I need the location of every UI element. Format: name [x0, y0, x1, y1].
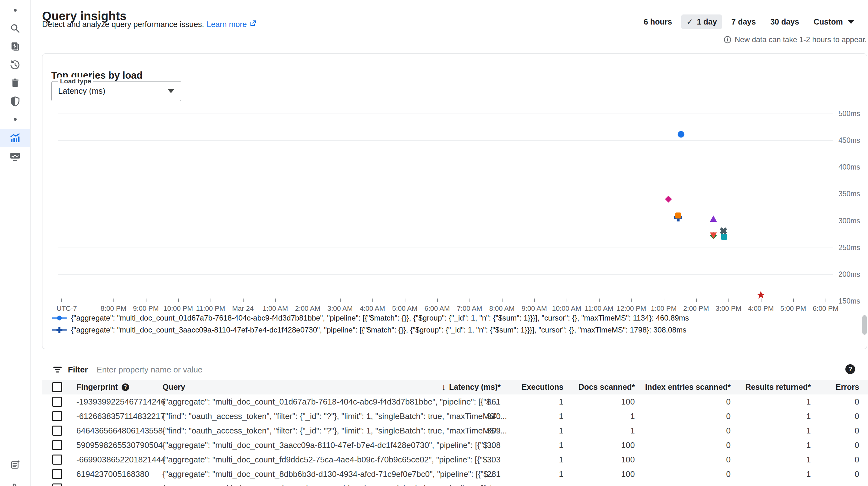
column-header-fingerprint[interactable]: Fingerprint?: [76, 380, 129, 395]
x-axis-tick: [61, 298, 62, 302]
column-label: Docs scanned*: [579, 382, 635, 392]
column-header-query[interactable]: Query: [162, 380, 185, 395]
x-axis-tick: [275, 298, 276, 302]
cell-fingerprint: -6699038652201821444: [76, 452, 165, 467]
scatter-point-diamond[interactable]: [663, 194, 674, 205]
document-flash-icon: [10, 41, 21, 52]
table-row[interactable]: -1939399225467714246{"aggregate": "multi…: [42, 395, 868, 409]
time-range-30-days[interactable]: 30 days: [765, 15, 804, 29]
cell-query: {"aggregate": "multi_doc_count_01d67a7b-…: [162, 395, 497, 409]
select-all-checkbox[interactable]: [52, 382, 62, 392]
table-row[interactable]: -6126638357114832217{"find": "oauth_acce…: [42, 409, 868, 424]
cell-index: 0: [726, 423, 731, 438]
column-header-docs[interactable]: Docs scanned*: [579, 380, 635, 395]
column-header-results[interactable]: Results returned*: [745, 380, 811, 395]
legend-query-text: {"aggregate": "multi_doc_count_3aacc09a-…: [71, 325, 686, 334]
sidebar-item-partial-bottom[interactable]: [0, 476, 30, 486]
x-axis-tick-label: 2:00 AM: [295, 305, 320, 313]
row-checkbox[interactable]: [52, 440, 62, 450]
time-range-custom[interactable]: Custom: [809, 15, 859, 29]
legend-entry[interactable]: {"aggregate": "multi_doc_count_01d67a7b-…: [52, 314, 689, 322]
row-checkbox[interactable]: [52, 455, 62, 465]
cell-executions: 1: [559, 409, 563, 423]
sidebar-item-history[interactable]: [0, 56, 30, 74]
table-row[interactable]: 5909598265530790504{"aggregate": "multi_…: [42, 438, 868, 453]
row-checkbox[interactable]: [52, 397, 62, 407]
scatter-point-square[interactable]: [718, 231, 730, 242]
legend-entry[interactable]: {"aggregate": "multi_doc_count_3aacc09a-…: [52, 325, 686, 334]
column-header-index[interactable]: Index entries scanned*: [645, 380, 731, 395]
cell-fingerprint: 6194237005168380: [76, 467, 149, 481]
check-icon: ✓: [686, 17, 693, 26]
x-axis-tick-label: 8:00 AM: [489, 305, 515, 313]
column-header-errors[interactable]: Errors: [836, 380, 859, 395]
sidebar-item-system-monitor[interactable]: [0, 147, 30, 166]
time-range-7-days[interactable]: 7 days: [726, 15, 761, 29]
x-axis-tick-label: 11:00 AM: [585, 305, 613, 313]
data-freshness-note: New data can take 1-2 hours to appear.: [723, 35, 867, 44]
table-row[interactable]: 6464365664806143558{"find": "oauth_acces…: [42, 423, 868, 438]
sidebar-item-dot-middle[interactable]: [0, 110, 30, 128]
cell-results: 1: [806, 438, 811, 452]
y-axis-tick-label: 350ms: [838, 190, 860, 198]
fingerprint-help-icon[interactable]: ?: [122, 383, 129, 391]
cell-index: 0: [726, 438, 731, 452]
column-header-executions[interactable]: Executions: [522, 380, 563, 395]
sidebar-item-dot-top[interactable]: [0, 1, 30, 19]
learn-more-link[interactable]: Learn more: [207, 20, 247, 29]
load-type-value: Latency (ms): [58, 86, 105, 96]
sidebar-item-search[interactable]: [0, 19, 30, 37]
legend-circle-icon: [52, 314, 67, 322]
x-axis-tick: [696, 298, 697, 302]
scatter-point-triangle-down[interactable]: [708, 230, 719, 241]
filter-help-icon[interactable]: ?: [845, 364, 855, 374]
info-text: New data can take 1-2 hours to appear.: [735, 35, 867, 44]
sidebar-item-document-flash[interactable]: [0, 37, 30, 56]
cell-fingerprint: -8295002236194316765: [76, 481, 165, 486]
cell-index: 0: [726, 452, 731, 467]
system-monitor-icon: [9, 151, 21, 162]
x-axis-tick: [826, 298, 826, 302]
x-axis-tick-label: 7:00 AM: [457, 305, 483, 313]
cell-index: 0: [726, 395, 731, 409]
table-row[interactable]: 6194237005168380{"aggregate": "multi_doc…: [42, 467, 868, 482]
sidebar-item-trash[interactable]: [0, 74, 30, 92]
page-scrollbar-thumb[interactable]: [862, 315, 867, 335]
time-range-6-hours[interactable]: 6 hours: [639, 15, 677, 29]
y-axis-tick-label: 450ms: [838, 136, 860, 145]
row-checkbox[interactable]: [52, 411, 62, 421]
x-axis-tick-label: 10:00 PM: [163, 305, 193, 313]
sidebar-item-notes-sparkle[interactable]: [0, 456, 30, 474]
chart-gridline: [58, 167, 833, 167]
x-axis-tick-label: 8:00 PM: [100, 305, 126, 313]
x-axis-tick-label: 1:00 PM: [651, 305, 677, 313]
sidebar-item-query-insights-chart[interactable]: [0, 129, 30, 147]
x-axis-tick-label: 2:00 PM: [683, 305, 709, 313]
cell-docs: 100: [621, 452, 635, 467]
filter-input[interactable]: [96, 365, 600, 375]
column-header-latency[interactable]: ↓Latency (ms)*: [441, 380, 501, 395]
cell-errors: 0: [855, 409, 859, 423]
table-row[interactable]: -8295002236194316765{"aggregate": "multi…: [42, 481, 868, 486]
cell-fingerprint: -6126638357114832217: [76, 409, 165, 423]
cell-latency: 308: [487, 438, 501, 452]
x-axis-tick-label: 3:00 AM: [328, 305, 353, 313]
row-checkbox[interactable]: [52, 469, 62, 479]
scatter-point-star[interactable]: [755, 289, 767, 301]
row-checkbox[interactable]: [52, 484, 62, 486]
scatter-point-square[interactable]: [673, 210, 684, 221]
scatter-point-circle[interactable]: [675, 128, 687, 140]
row-checkbox[interactable]: [52, 426, 62, 436]
time-range-1-day[interactable]: ✓1 day: [681, 15, 722, 29]
sidebar-item-shield[interactable]: [0, 92, 30, 110]
cell-index: 0: [726, 481, 731, 486]
cell-latency: 281: [487, 467, 501, 481]
cell-fingerprint: 5909598265530790504: [76, 438, 163, 452]
x-axis-tick: [437, 298, 438, 302]
column-label: Results returned*: [745, 382, 811, 392]
table-row[interactable]: -6699038652201821444{"aggregate": "multi…: [42, 452, 868, 467]
scatter-point-triangle-up[interactable]: [708, 213, 719, 225]
x-axis-tick-label: 4:00 PM: [748, 305, 774, 313]
x-axis-tick-label: 9:00 AM: [522, 305, 547, 313]
x-axis-tick: [469, 298, 470, 302]
